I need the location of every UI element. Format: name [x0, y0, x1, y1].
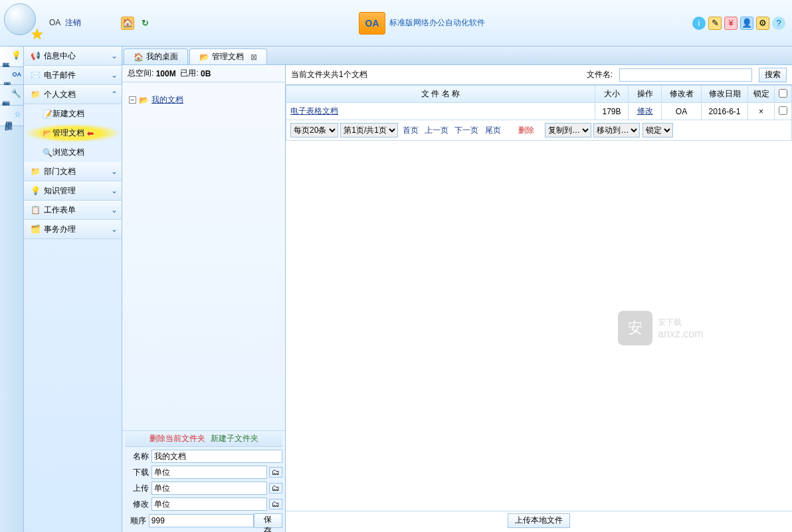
modify-input[interactable] [151, 497, 267, 511]
tree-root[interactable]: − 📂 我的文档 [129, 94, 278, 106]
page-size-select[interactable]: 每页20条 [290, 123, 338, 137]
nav-browse-doc[interactable]: 🔍浏览文档 [24, 143, 122, 162]
watermark: 安 安下载 anxz.com [618, 311, 703, 345]
close-icon[interactable]: ⊠ [250, 52, 257, 62]
filename-label: 文件名: [587, 69, 613, 80]
file-editor: OA [662, 103, 702, 120]
tab-bar: 🏠我的桌面 📂管理文档⊠ [122, 46, 792, 65]
folder-icon: 📂 [139, 96, 149, 105]
tree-pane: 总空间: 100M 已用: 0B − 📂 我的文档 删除当前文件夹 新建子文件夹 [122, 65, 286, 532]
page-info-select[interactable]: 第1页/共1页 [340, 123, 398, 137]
space-bar: 总空间: 100M 已用: 0B [122, 65, 285, 82]
nav-new-doc[interactable]: 📝新建文档 [24, 104, 122, 124]
copy-to-select[interactable]: 复制到… [545, 123, 591, 137]
file-table: 文 件 名 称 大小 操作 修改者 修改日期 锁定 电子表格文档 179B 修改… [286, 85, 792, 141]
main-area: 🏠我的桌面 📂管理文档⊠ 总空间: 100M 已用: 0B − 📂 我的文档 [122, 46, 792, 532]
user-name: OA [49, 18, 60, 27]
chevron-down-icon: ⌄ [111, 51, 118, 60]
chevron-up-icon: ⌃ [111, 90, 118, 99]
first-page-link[interactable]: 首页 [403, 126, 419, 135]
table-row: 电子表格文档 179B 修改 OA 2016-6-1 × [286, 103, 792, 120]
tab-desktop[interactable]: 🏠我的桌面 [124, 48, 188, 64]
nav-dept-docs[interactable]: 📁部门文档⌄ [24, 162, 122, 181]
row-checkbox[interactable] [779, 106, 787, 115]
app-title: OA 标准版网络办公自动化软件 [151, 12, 692, 35]
file-date: 2016-6-1 [702, 103, 748, 120]
minus-icon[interactable]: − [129, 96, 136, 104]
col-op[interactable]: 操作 [629, 86, 662, 103]
col-lock[interactable]: 锁定 [748, 86, 775, 103]
folder-icon: 📂 [199, 52, 209, 62]
prev-page-link[interactable]: 上一页 [425, 126, 448, 135]
last-page-link[interactable]: 尾页 [485, 126, 501, 135]
search-button[interactable]: 搜索 [759, 68, 787, 82]
top-right-icons: i ✎ ¥ 👤 ⚙ ? [692, 17, 785, 30]
arrow-left-icon: ⬅ [87, 129, 94, 138]
vtab-start-menu[interactable]: 💡开始菜单 [0, 46, 23, 67]
nav-knowledge[interactable]: 💡知识管理⌄ [24, 181, 122, 201]
nav-email[interactable]: ✉️电子邮件⌄ [24, 66, 122, 85]
vtab-app-extension[interactable]: ☆应用扩展 [0, 106, 23, 126]
name-input[interactable] [151, 450, 282, 463]
vtab-network-office[interactable]: OA网络办公 [0, 67, 23, 85]
vtab-control-panel[interactable]: 🔧控制面板 [0, 85, 23, 106]
upload-local-button[interactable]: 上传本地文件 [508, 513, 570, 528]
logout-link[interactable]: 注销 [65, 18, 81, 27]
delete-folder-link[interactable]: 删除当前文件夹 [149, 433, 205, 444]
upload-input[interactable] [151, 482, 267, 495]
currency-icon[interactable]: ¥ [724, 17, 738, 30]
next-page-link[interactable]: 下一页 [454, 126, 478, 135]
lock-cell[interactable]: × [748, 103, 775, 120]
pager-row: 每页20条 第1页/共1页 首页 上一页 下一页 尾页 删除 复制到… 移动到… [286, 120, 792, 141]
nav-work-form[interactable]: 📋工作表单⌄ [24, 201, 122, 220]
refresh-icon[interactable]: ↻ [138, 17, 151, 30]
order-label: 顺序 [125, 515, 146, 527]
right-pane: 当前文件夹共1个文档 文件名: 搜索 文 件 名 称 大小 操作 修改者 修改日… [286, 65, 792, 532]
nav-personal-docs[interactable]: 📁个人文档⌃ [24, 85, 122, 104]
edit-link[interactable]: 修改 [637, 106, 653, 116]
delete-link[interactable]: 删除 [518, 126, 534, 135]
upload-picker-icon[interactable]: 🗂 [269, 483, 282, 493]
new-subfolder-link[interactable]: 新建子文件夹 [211, 433, 258, 444]
question-icon[interactable]: ? [772, 17, 785, 30]
help-icon[interactable]: i [692, 17, 706, 30]
order-input[interactable] [149, 514, 254, 527]
select-all-checkbox[interactable] [779, 89, 787, 98]
nav-info-center[interactable]: 📢信息中心⌄ [24, 46, 122, 66]
col-date[interactable]: 修改日期 [702, 86, 748, 103]
chevron-down-icon: ⌄ [111, 205, 118, 215]
nav-affairs[interactable]: 🗂️事务办理⌄ [24, 220, 122, 239]
tree-root-link[interactable]: 我的文档 [151, 94, 183, 106]
topbar: ★ OA 注销 🏠 ↻ OA 标准版网络办公自动化软件 i ✎ ¥ 👤 ⚙ ? [0, 0, 792, 46]
chevron-down-icon: ⌄ [111, 186, 118, 195]
modify-picker-icon[interactable]: 🗂 [269, 499, 282, 509]
file-link[interactable]: 电子表格文档 [290, 106, 338, 116]
filename-input[interactable] [619, 68, 752, 82]
avatar[interactable]: ★ [4, 3, 44, 43]
vertical-tabs: 💡开始菜单 OA网络办公 🔧控制面板 ☆应用扩展 [0, 46, 24, 532]
file-size: 179B [595, 103, 629, 120]
note-icon[interactable]: ✎ [708, 17, 722, 30]
move-to-select[interactable]: 移动到… [593, 123, 640, 137]
user-label: OA 注销 [49, 17, 81, 29]
oa-badge-icon: OA [359, 12, 385, 35]
settings-icon[interactable]: ⚙ [756, 17, 769, 30]
name-label: 名称 [125, 451, 149, 462]
col-name[interactable]: 文 件 名 称 [286, 86, 595, 103]
home-icon[interactable]: 🏠 [121, 17, 134, 30]
modify-label: 修改 [125, 499, 149, 510]
chevron-down-icon: ⌄ [111, 167, 118, 176]
col-size[interactable]: 大小 [595, 86, 629, 103]
download-label: 下载 [125, 467, 149, 478]
folder-form: 删除当前文件夹 新建子文件夹 名称 下载🗂 上传🗂 修改🗂 顺序保存 [122, 430, 285, 532]
download-picker-icon[interactable]: 🗂 [269, 467, 282, 478]
col-editor[interactable]: 修改者 [662, 86, 702, 103]
nav-manage-doc[interactable]: 📂管理文档⬅ [24, 124, 122, 143]
user-icon[interactable]: 👤 [740, 17, 753, 30]
save-button[interactable]: 保存 [254, 513, 282, 528]
download-input[interactable] [151, 466, 267, 479]
nav-sidebar: 📢信息中心⌄ ✉️电子邮件⌄ 📁个人文档⌃ 📝新建文档 📂管理文档⬅ 🔍浏览文档… [24, 46, 122, 532]
lock-select[interactable]: 锁定 [643, 123, 673, 137]
home-icon: 🏠 [134, 52, 144, 62]
tab-manage-doc[interactable]: 📂管理文档⊠ [189, 48, 267, 64]
